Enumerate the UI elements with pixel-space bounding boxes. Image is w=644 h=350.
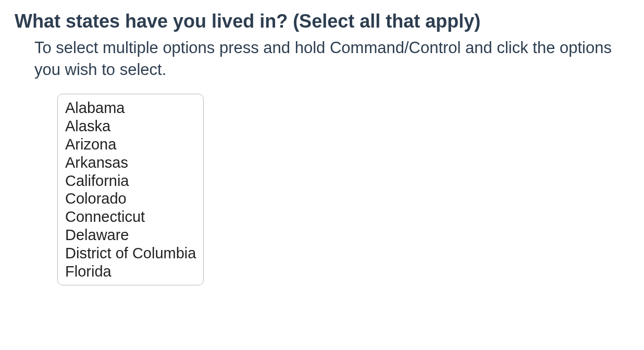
state-option[interactable]: Colorado bbox=[65, 190, 196, 208]
select-wrapper: AlabamaAlaskaArizonaArkansasCaliforniaCo… bbox=[15, 94, 629, 286]
state-option[interactable]: Delaware bbox=[65, 227, 196, 245]
question-title: What states have you lived in? (Select a… bbox=[15, 9, 629, 34]
state-option[interactable]: Alabama bbox=[65, 99, 196, 118]
state-option[interactable]: Alaska bbox=[65, 118, 196, 136]
state-option[interactable]: Arkansas bbox=[65, 154, 196, 172]
state-option[interactable]: Arizona bbox=[65, 136, 196, 154]
states-multiselect[interactable]: AlabamaAlaskaArizonaArkansasCaliforniaCo… bbox=[57, 94, 204, 285]
state-option[interactable]: Connecticut bbox=[65, 208, 196, 227]
state-option[interactable]: District of Columbia bbox=[65, 245, 196, 263]
state-option[interactable]: Florida bbox=[65, 263, 196, 281]
state-option[interactable]: California bbox=[65, 172, 196, 191]
question-instructions: To select multiple options press and hol… bbox=[15, 37, 629, 81]
